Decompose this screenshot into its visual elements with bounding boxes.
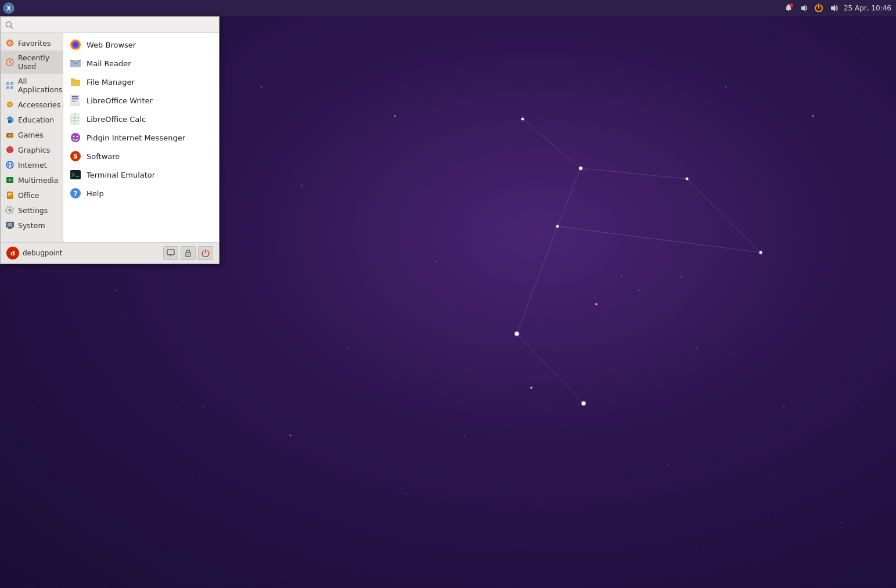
app-item-mail-reader[interactable]: Mail Reader xyxy=(63,54,219,73)
sidebar-item-office[interactable]: Office xyxy=(1,187,63,203)
svg-point-96 xyxy=(73,136,75,138)
sidebar-item-games-label: Games xyxy=(18,131,44,139)
office-icon xyxy=(5,190,15,200)
svg-point-30 xyxy=(406,493,407,494)
svg-point-67 xyxy=(10,147,13,150)
svg-point-6 xyxy=(530,387,532,389)
svg-point-16 xyxy=(514,331,520,337)
all-applications-icon xyxy=(5,81,15,90)
menu-body: Favorites Recently Used xyxy=(1,33,219,242)
search-bar xyxy=(1,17,219,33)
svg-point-28 xyxy=(783,406,785,407)
app-menu-logo[interactable]: X xyxy=(2,2,15,15)
svg-point-29 xyxy=(464,435,465,436)
sidebar-item-graphics[interactable]: Graphics xyxy=(1,142,63,157)
svg-point-64 xyxy=(12,136,13,137)
svg-rect-88 xyxy=(72,98,78,99)
svg-rect-52 xyxy=(10,82,13,85)
svg-point-24 xyxy=(348,348,349,349)
svg-line-10 xyxy=(581,168,687,179)
app-item-software[interactable]: S Software xyxy=(63,147,219,165)
screen-btn[interactable] xyxy=(163,246,178,260)
svg-point-108 xyxy=(188,254,189,255)
svg-marker-44 xyxy=(831,5,835,12)
sidebar-item-favorites-label: Favorites xyxy=(18,39,51,48)
sidebar-item-system[interactable]: System xyxy=(1,218,63,233)
sidebar-item-education[interactable]: Education xyxy=(1,112,63,127)
svg-point-19 xyxy=(758,250,763,255)
app-item-terminal[interactable]: Terminal Emulator xyxy=(63,165,219,184)
svg-point-23 xyxy=(435,261,436,262)
app-item-help[interactable]: ? Help xyxy=(63,184,219,203)
svg-point-84 xyxy=(74,43,78,47)
sidebar-item-games[interactable]: Games xyxy=(1,127,63,142)
search-input[interactable] xyxy=(16,20,214,29)
svg-rect-81 xyxy=(8,223,12,226)
xfce-logo-icon: X xyxy=(3,2,15,14)
footer-avatar: d xyxy=(6,247,19,259)
sidebar-item-settings-label: Settings xyxy=(18,206,48,215)
volume-icon[interactable] xyxy=(829,3,839,13)
app-item-web-browser-label: Web Browser xyxy=(87,41,136,49)
svg-rect-54 xyxy=(10,86,13,89)
svg-point-68 xyxy=(9,150,11,153)
svg-point-26 xyxy=(696,348,697,349)
menu-footer: d debugpoint xyxy=(1,242,219,264)
app-item-file-manager[interactable]: File Manager xyxy=(63,73,219,91)
svg-rect-80 xyxy=(8,228,12,229)
sidebar-item-settings[interactable]: Settings xyxy=(1,203,63,218)
sidebar-item-internet-label: Internet xyxy=(18,161,47,169)
svg-point-20 xyxy=(261,86,262,88)
sidebar-item-accessories[interactable]: Accessories xyxy=(1,97,63,112)
notification-icon[interactable] xyxy=(783,3,794,13)
svg-line-13 xyxy=(517,334,584,403)
taskbar-left: X xyxy=(0,2,15,15)
app-menu: Favorites Recently Used xyxy=(0,16,219,264)
svg-point-21 xyxy=(301,185,303,186)
svg-point-36 xyxy=(203,406,204,407)
footer-buttons xyxy=(163,246,213,260)
sidebar-item-recently-used[interactable]: Recently Used xyxy=(1,50,63,74)
sidebar-item-recently-used-label: Recently Used xyxy=(18,53,58,71)
footer-user: d debugpoint xyxy=(6,247,159,259)
svg-marker-43 xyxy=(801,5,805,12)
svg-rect-90 xyxy=(72,101,76,102)
audio-icon[interactable] xyxy=(798,3,809,13)
sidebar-item-all-applications[interactable]: All Applications xyxy=(1,74,63,97)
sidebar-item-all-applications-label: All Applications xyxy=(18,77,62,94)
power-btn[interactable] xyxy=(198,246,213,260)
power-manager-icon[interactable] xyxy=(814,3,824,13)
svg-point-63 xyxy=(12,134,13,135)
app-item-libreoffice-calc-label: LibreOffice Calc xyxy=(87,115,146,124)
svg-rect-58 xyxy=(12,118,13,122)
sidebar-item-office-label: Office xyxy=(18,191,39,200)
sidebar-item-education-label: Education xyxy=(18,116,54,124)
accessories-icon xyxy=(5,100,15,109)
app-item-libreoffice-calc[interactable]: LibreOffice Calc xyxy=(63,110,219,128)
taskbar: X xyxy=(0,0,896,16)
taskbar-time: 25 Apr, 10:46 xyxy=(844,4,891,12)
sidebar-item-internet[interactable]: Internet xyxy=(1,157,63,172)
sidebar-item-favorites[interactable]: Favorites xyxy=(1,35,63,50)
svg-rect-89 xyxy=(72,100,78,100)
svg-point-22 xyxy=(394,116,396,117)
libreoffice-calc-icon xyxy=(69,113,82,125)
lock-btn[interactable] xyxy=(181,246,196,260)
svg-point-8 xyxy=(595,303,598,305)
svg-point-78 xyxy=(9,209,12,212)
app-item-help-label: Help xyxy=(87,189,104,198)
multimedia-icon xyxy=(5,175,15,185)
svg-rect-53 xyxy=(6,86,9,89)
app-item-web-browser[interactable]: Web Browser xyxy=(63,35,219,54)
svg-point-25 xyxy=(638,290,639,291)
sidebar-item-multimedia[interactable]: Multimedia xyxy=(1,172,63,187)
svg-point-17 xyxy=(581,401,586,406)
app-item-libreoffice-writer[interactable]: LibreOffice Writer xyxy=(63,91,219,110)
svg-rect-87 xyxy=(72,96,78,98)
app-item-pidgin[interactable]: Pidgin Internet Messenger xyxy=(63,128,219,147)
svg-point-97 xyxy=(77,136,78,138)
recently-used-icon xyxy=(5,57,15,67)
file-manager-icon xyxy=(69,75,82,88)
svg-point-38 xyxy=(681,276,682,277)
svg-point-34 xyxy=(841,522,843,523)
